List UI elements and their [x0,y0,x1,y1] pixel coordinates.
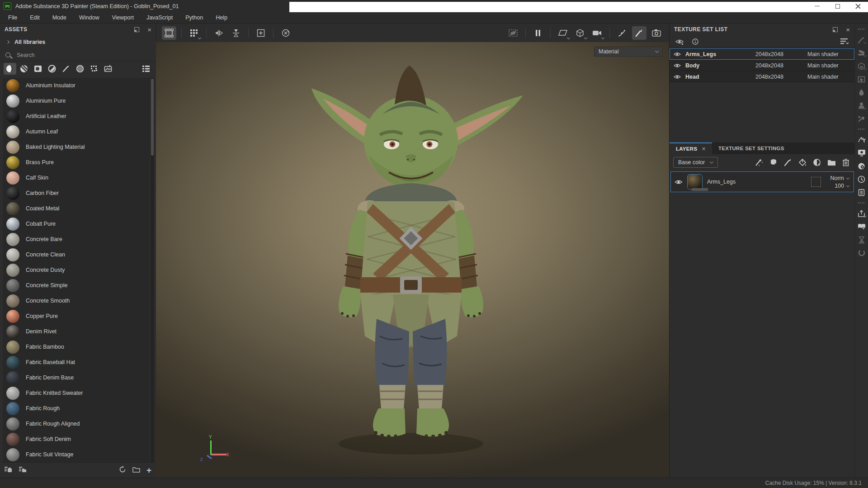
eye-icon[interactable] [674,52,681,57]
asset-list-item[interactable]: Aluminium Pure [3,93,150,109]
asset-list-item[interactable]: Fabric Bamboo [3,339,150,355]
close-button[interactable] [848,0,868,12]
asset-list-item[interactable]: Aluminium Insulator [3,78,150,93]
scrollbar-thumb[interactable] [151,79,154,156]
asset-list-item[interactable]: Fabric Knitted Sweater [3,385,150,401]
texture-set-row[interactable]: Body 2048x2048 Main shader [670,60,854,71]
close-icon[interactable]: × [846,27,850,32]
mirror-horizontal-button[interactable] [212,26,226,40]
eye-icon[interactable] [674,74,681,80]
reset-transform-button[interactable] [278,26,293,40]
display-settings-icon[interactable] [857,161,867,171]
menu-item[interactable]: Mode [46,12,73,23]
layer-row[interactable]: Arms_Legs Norm 100 [670,171,854,192]
drag-grip-icon[interactable] [858,202,865,204]
add-smart-mask-button[interactable] [811,157,822,168]
close-icon[interactable]: × [147,27,151,32]
asset-list-scrollbar[interactable] [151,78,154,462]
paint-tool-icon[interactable] [857,35,867,44]
add-paint-layer-button[interactable] [783,157,793,168]
3d-view-button[interactable] [573,26,587,40]
render-mode-icon[interactable] [857,148,867,157]
reload-assets-icon[interactable] [119,466,126,474]
snap-to-center-button[interactable] [254,26,268,40]
asset-list-item[interactable]: Baked Lighting Material [3,139,150,155]
asset-list-item[interactable]: Coated Metal [3,201,150,216]
export-textures-icon[interactable] [857,209,867,218]
menu-item[interactable]: File [2,12,24,23]
paint-tool-button[interactable] [632,26,646,40]
menu-item[interactable]: JavaScript [140,12,179,23]
shader-mode-dropdown[interactable]: Material [594,47,663,57]
asset-search-input[interactable]: Search [0,49,156,62]
asset-list-item[interactable]: Fabric Baseball Hat [3,355,150,370]
menu-item[interactable]: Window [73,12,105,23]
texture-set-row[interactable]: Arms_Legs 2048x2048 Main shader [670,48,854,60]
layer-mask-placeholder[interactable] [811,177,821,187]
close-icon[interactable]: × [702,145,705,152]
polygon-fill-tool-icon[interactable] [857,75,867,84]
viewport-3d-canvas[interactable]: Material Y X Z [156,42,669,478]
asset-list-item[interactable]: Cobalt Pure [3,216,150,232]
filter-environments-button[interactable] [102,63,114,75]
eraser-tool-icon[interactable] [857,48,867,57]
pause-engine-button[interactable] [531,26,545,40]
menu-item[interactable]: Python [179,12,209,23]
add-group-button[interactable] [826,157,837,168]
filter-materials-button[interactable] [4,63,16,75]
menu-item[interactable]: Edit [24,12,46,23]
import-asset-list-icon[interactable] [19,466,27,474]
export-asset-list-icon[interactable] [5,466,13,474]
tab-texture-set-settings[interactable]: TEXTURE SET SETTINGS [712,142,791,154]
blend-mode-dropdown[interactable]: Norm [830,175,849,181]
asset-list-item[interactable]: Autumn Leaf [3,124,150,139]
delete-layer-button[interactable] [840,157,851,168]
menu-item[interactable]: Help [209,12,234,23]
resources-updater-icon[interactable] [857,222,867,231]
mirror-vertical-button[interactable] [229,26,243,40]
log-icon[interactable] [857,188,867,197]
particles-tool-button[interactable] [615,26,629,40]
filter-brushes-button[interactable] [60,63,72,75]
new-folder-icon[interactable] [132,466,140,474]
filter-smart-materials-button[interactable] [18,63,30,75]
drag-grip-icon[interactable] [858,128,865,130]
solo-visibility-icon[interactable]: 1 [691,38,699,45]
asset-list-item[interactable]: Fabric Rough Aligned [3,416,150,431]
asset-list-item[interactable]: Concrete Dusty [3,262,150,278]
filter-smart-masks-button[interactable] [32,63,44,75]
tab-layers[interactable]: LAYERS × [670,142,712,154]
import-resources-button[interactable]: + [146,465,151,475]
asset-list-item[interactable]: Concrete Bare [3,232,150,247]
asset-list-item[interactable]: Brass Pure [3,155,150,170]
asset-list-item[interactable]: Concrete Clean [3,247,150,262]
history-icon[interactable] [857,175,867,184]
asset-list-view-button[interactable] [140,63,152,75]
opacity-dropdown[interactable]: 100 [835,183,849,189]
asset-list-item[interactable]: Fabric Soft Denim [3,431,150,447]
selection-frame-tool-button[interactable] [162,26,176,40]
projection-tool-icon[interactable] [857,62,867,71]
add-smart-material-button[interactable] [768,157,779,168]
filter-alphas-button[interactable] [74,63,86,75]
clone-tool-icon[interactable] [857,101,867,110]
smudge-tool-icon[interactable] [857,88,867,97]
hide-ui-toggle-button[interactable] [506,26,520,40]
camera-button[interactable] [590,26,604,40]
asset-list-item[interactable]: Artificial Leather [3,109,150,124]
eye-icon[interactable] [674,63,681,68]
undock-icon[interactable] [833,27,838,32]
tile-pattern-button[interactable] [187,26,201,40]
add-fill-layer-button[interactable] [797,157,808,168]
library-filter[interactable]: All libraries [0,35,156,49]
add-effect-button[interactable] [754,157,764,168]
toggle-all-visibility-icon[interactable] [675,38,684,45]
asset-list-item[interactable]: Fabric Suit Vintage [3,447,150,462]
asset-list-item[interactable]: Concrete Simple [3,278,150,293]
asset-list-item[interactable]: Concrete Smooth [3,293,150,308]
undock-icon[interactable] [134,27,139,32]
screenshot-camera-button[interactable] [649,26,664,40]
layer-visibility-icon[interactable] [675,179,683,185]
filter-textures-button[interactable] [88,63,100,75]
filter-filters-button[interactable] [46,63,58,75]
